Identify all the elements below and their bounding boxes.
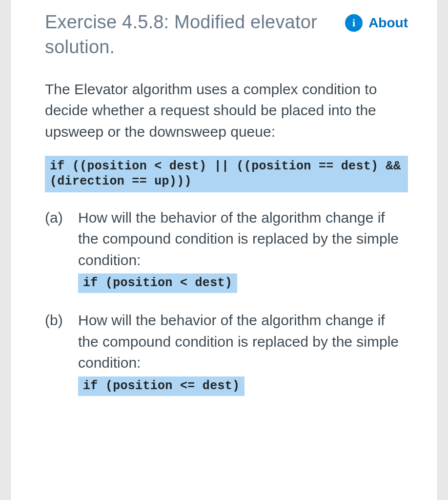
exercise-card: Exercise 4.5.8: Modified elevator soluti… (11, 0, 437, 500)
question-label: (b) (45, 310, 78, 396)
question-body: How will the behavior of the algorithm c… (78, 310, 408, 396)
about-link[interactable]: i About (345, 14, 408, 32)
code-inline: if (position < dest) (78, 273, 237, 293)
question-list: (a) How will the behavior of the algorit… (45, 207, 408, 396)
question-text: How will the behavior of the algorithm c… (78, 312, 399, 371)
code-block-main: if ((position < dest) || ((position == d… (45, 156, 408, 192)
header: Exercise 4.5.8: Modified elevator soluti… (45, 10, 408, 60)
about-label: About (368, 15, 408, 31)
question-text: How will the behavior of the algorithm c… (78, 209, 399, 268)
question-item: (a) How will the behavior of the algorit… (45, 207, 408, 293)
exercise-title: Exercise 4.5.8: Modified elevator soluti… (45, 10, 335, 60)
question-label: (a) (45, 207, 78, 293)
question-item: (b) How will the behavior of the algorit… (45, 310, 408, 396)
info-icon: i (345, 14, 363, 32)
question-body: How will the behavior of the algorithm c… (78, 207, 408, 293)
intro-text: The Elevator algorithm uses a complex co… (45, 79, 408, 143)
code-inline: if (position <= dest) (78, 376, 244, 396)
